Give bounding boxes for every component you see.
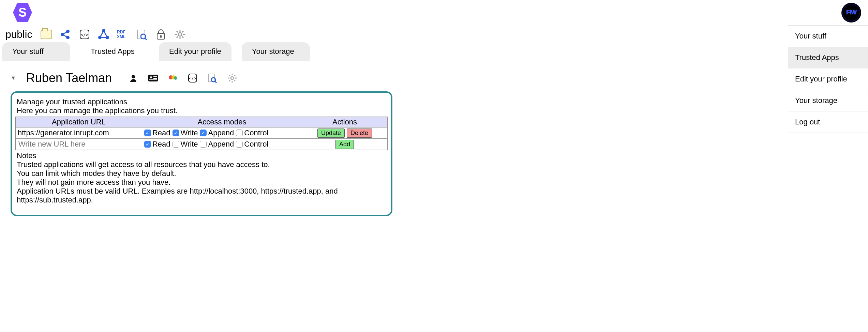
rdf-xml-icon[interactable]: RDFXML (117, 29, 129, 40)
note-line: They will not gain more access than you … (17, 178, 386, 187)
box-title: Manage your trusted applications (17, 97, 386, 106)
toolbar-icons: </> RDFXML (41, 29, 186, 40)
user-menu: Your stuff Trusted Apps Edit your profil… (788, 25, 868, 133)
svg-text:</>: </> (81, 32, 89, 37)
note-line: You can limit which modes they have by d… (17, 169, 386, 178)
toolbar-row: public </> RDFXML (0, 25, 868, 42)
svg-text:RDF: RDF (117, 30, 125, 34)
mode-label: Write (181, 129, 198, 137)
mode-label: Control (244, 140, 268, 149)
checkbox-write[interactable] (173, 141, 179, 148)
delete-button[interactable]: Delete (347, 129, 372, 138)
code-icon[interactable]: </> (188, 73, 198, 83)
rdf-triangle-icon[interactable] (98, 29, 109, 40)
svg-rect-32 (153, 76, 157, 77)
app-logo[interactable]: S (12, 2, 33, 23)
folder-icon[interactable] (41, 29, 52, 40)
mode-label: Write (181, 140, 198, 149)
lock-icon[interactable] (155, 29, 167, 40)
svg-text:</>: </> (189, 76, 197, 81)
svg-line-10 (100, 31, 104, 37)
svg-line-3 (63, 32, 67, 34)
checkbox-append[interactable] (200, 141, 207, 148)
box-subtitle: Here you can manage the applications you… (17, 106, 386, 115)
gear-icon[interactable] (227, 73, 237, 83)
checkbox-read[interactable] (144, 141, 151, 148)
collapse-caret-icon[interactable]: ▼ (11, 75, 16, 81)
trusted-apps-box: Manage your trusted applications Here yo… (11, 91, 392, 216)
vcard-icon[interactable] (148, 73, 158, 83)
svg-point-29 (132, 75, 135, 78)
mode-label: Append (208, 140, 234, 149)
inspect-icon[interactable] (207, 73, 218, 83)
svg-rect-19 (160, 35, 162, 38)
graph-icon[interactable] (60, 29, 71, 40)
menu-edit-profile[interactable]: Edit your profile (788, 69, 868, 90)
svg-line-4 (63, 35, 67, 37)
checkbox-control[interactable] (236, 130, 243, 136)
add-button[interactable]: Add (335, 140, 354, 149)
tab-edit-profile[interactable]: Edit your profile (159, 42, 231, 61)
profile-name: Ruben Taelman (26, 71, 112, 85)
svg-line-25 (177, 31, 178, 32)
menu-log-out[interactable]: Log out (788, 111, 868, 133)
checkbox-append[interactable] (200, 130, 207, 136)
mode-label: Append (208, 129, 234, 137)
breadcrumb[interactable]: public (5, 29, 32, 40)
col-url: Application URL (16, 117, 142, 127)
table-row-new: Read Write Append Control Add (16, 139, 388, 150)
menu-your-storage[interactable]: Your storage (788, 90, 868, 111)
inspect-icon[interactable] (136, 29, 148, 40)
update-button[interactable]: Update (317, 129, 345, 138)
profile-toolbar: </> (128, 73, 237, 83)
panel: ▼ Ruben Taelman </> Manage your truste (2, 64, 866, 223)
trusted-apps-table: Application URL Access modes Actions htt… (15, 117, 388, 150)
checkbox-read[interactable] (144, 130, 151, 136)
svg-line-50 (229, 80, 230, 81)
top-bar: S FIW (0, 0, 868, 25)
mode-label: Read (152, 140, 170, 149)
mode-label: Read (152, 129, 170, 137)
app-url: https://generator.inrupt.com (18, 129, 109, 137)
svg-point-31 (150, 76, 152, 78)
svg-point-43 (231, 77, 234, 79)
svg-line-11 (104, 31, 107, 37)
tab-your-stuff[interactable]: Your stuff (2, 42, 70, 61)
person-icon[interactable] (128, 73, 138, 83)
checkbox-control[interactable] (236, 141, 243, 148)
notes: Trusted applications will get access to … (15, 160, 388, 205)
tab-trusted-apps[interactable]: Trusted Apps (80, 42, 149, 61)
mode-label: Control (244, 129, 268, 137)
friends-icon[interactable] (168, 73, 178, 83)
svg-point-37 (174, 76, 177, 80)
svg-line-27 (177, 36, 178, 38)
notes-heading: Notes (17, 151, 386, 160)
svg-line-26 (182, 36, 183, 38)
svg-line-48 (229, 75, 230, 76)
tab-your-storage[interactable]: Your storage (242, 42, 310, 61)
svg-line-49 (234, 80, 235, 81)
note-line: Trusted applications will get access to … (17, 160, 386, 169)
profile-header: ▼ Ruben Taelman </> (11, 71, 857, 85)
gear-icon[interactable] (174, 29, 186, 40)
svg-line-17 (145, 38, 147, 40)
menu-trusted-apps[interactable]: Trusted Apps (788, 47, 868, 69)
svg-line-42 (215, 81, 216, 83)
avatar[interactable]: FIW (841, 3, 861, 22)
tab-bar: Your stuff Trusted Apps Edit your profil… (0, 42, 868, 64)
svg-line-51 (234, 75, 235, 76)
svg-point-20 (178, 33, 182, 36)
svg-rect-34 (149, 79, 157, 80)
menu-your-stuff[interactable]: Your stuff (788, 26, 868, 47)
table-row: https://generator.inrupt.com Read Write … (16, 127, 388, 139)
note-line: Application URLs must be valid URL. Exam… (17, 187, 386, 205)
col-modes: Access modes (142, 117, 302, 127)
code-icon[interactable]: </> (79, 29, 90, 40)
checkbox-write[interactable] (173, 130, 179, 136)
new-url-input[interactable] (18, 139, 140, 149)
svg-text:XML: XML (117, 34, 125, 39)
col-actions: Actions (302, 117, 388, 127)
svg-line-28 (182, 31, 183, 32)
svg-rect-33 (153, 78, 157, 79)
solid-logo-icon: S (12, 2, 33, 23)
